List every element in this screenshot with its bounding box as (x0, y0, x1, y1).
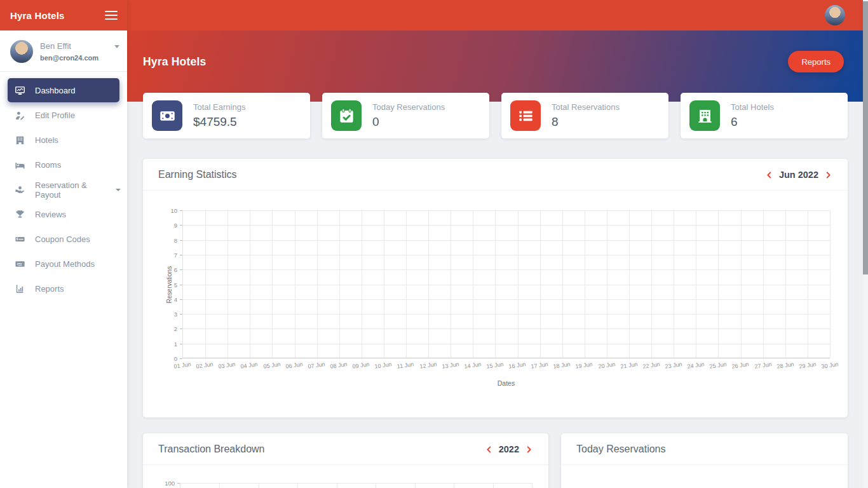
sidebar-item-reports[interactable]: Reports (0, 276, 127, 301)
svg-text:pay: pay (17, 262, 22, 265)
scrollbar-track[interactable] (863, 0, 868, 488)
dashboard-icon (15, 85, 25, 96)
coupon-codes-icon: $ (15, 234, 25, 245)
y-tick-label: 7 (161, 252, 177, 259)
hotel-icon (689, 100, 720, 131)
card-title: Earning Statistics (158, 169, 237, 180)
calendar-check-icon (331, 100, 362, 131)
payout-methods-icon: pay (15, 259, 25, 269)
x-tick-label: 20 Jun (598, 361, 616, 370)
today-reservations-card: Today Reservations (561, 433, 848, 488)
sidebar-nav: DashboardEdit ProfileHotelsRoomsReservat… (0, 72, 127, 307)
x-tick-label: 16 Jun (508, 361, 526, 370)
x-tick-label: 08 Jun (330, 361, 348, 370)
stat-card-today-reservations: Today Reservations0 (322, 93, 489, 139)
x-tick-label: 06 Jun (285, 361, 303, 370)
x-tick-label: 04 Jun (240, 361, 258, 370)
x-tick-label: 30 Jun (821, 361, 839, 370)
y-axis-title: Reservations (166, 266, 173, 302)
x-axis-title: Dates (182, 379, 830, 387)
month-nav: Jun 2022 (765, 170, 832, 180)
year-label: 2022 (499, 444, 519, 454)
sidebar-item-reservation-payout[interactable]: Reservation & Payout (0, 177, 127, 202)
earning-statistics-chart: 10987654321001 Jun02 Jun03 Jun04 Jun05 J… (143, 210, 848, 401)
x-tick-label: 27 Jun (754, 361, 771, 370)
chevron-down-icon[interactable] (114, 45, 119, 48)
y-tick-label: 100 (158, 480, 175, 487)
sidebar-item-edit-profile[interactable]: Edit Profile (0, 103, 127, 128)
card-title: Transaction Breakdown (158, 444, 265, 455)
x-tick-label: 09 Jun (352, 361, 370, 370)
sidebar-item-reviews[interactable]: Reviews (0, 202, 127, 227)
stat-label: Total Earnings (193, 102, 245, 112)
x-tick-label: 13 Jun (442, 361, 459, 370)
sidebar-item-payout-methods[interactable]: payPayout Methods (0, 252, 127, 276)
x-tick-label: 17 Jun (531, 361, 548, 370)
sidebar-header: Hyra Hotels (0, 0, 127, 30)
menu-icon[interactable] (105, 8, 118, 22)
stat-value: 6 (731, 115, 774, 129)
x-tick-label: 23 Jun (665, 361, 682, 370)
x-tick-label: 05 Jun (262, 361, 280, 370)
stat-text: Total Earnings$4759.5 (193, 102, 245, 129)
page-banner: Hyra Hotels Reports (127, 30, 868, 102)
transaction-breakdown-chart: 10090 (143, 483, 548, 488)
sidebar-item-label: Rooms (35, 160, 61, 170)
stat-label: Total Hotels (731, 102, 774, 112)
stat-label: Today Reservations (372, 102, 445, 112)
topbar (127, 0, 868, 30)
stat-value: 8 (552, 115, 620, 129)
today-reservations-header: Today Reservations (561, 433, 848, 465)
y-tick-label: 0 (161, 355, 177, 362)
scrollbar-thumb[interactable] (863, 1, 868, 274)
sidebar-item-hotels[interactable]: Hotels (0, 128, 127, 152)
rooms-icon (15, 159, 25, 170)
sidebar-item-coupon-codes[interactable]: $Coupon Codes (0, 227, 127, 252)
sidebar-item-label: Coupon Codes (35, 234, 90, 244)
reservation-payout-icon (15, 184, 25, 195)
y-tick-label: 10 (161, 207, 177, 214)
stat-card-total-earnings: Total Earnings$4759.5 (143, 93, 310, 139)
earning-statistics-header: Earning Statistics Jun 2022 (143, 159, 848, 191)
stat-card-total-reservations: Total Reservations8 (501, 93, 668, 139)
reports-button[interactable]: Reports (788, 51, 844, 72)
chevron-right-icon[interactable] (824, 171, 832, 179)
y-tick-label: 1 (161, 341, 177, 348)
user-avatar (10, 40, 33, 63)
y-tick-label: 2 (161, 325, 177, 332)
content: Total Earnings$4759.5Today Reservations0… (143, 93, 848, 488)
chevron-left-icon[interactable] (485, 445, 493, 454)
stat-text: Total Reservations8 (552, 102, 620, 129)
user-profile-summary[interactable]: Ben Effit ben@cron24.com (0, 30, 127, 71)
x-tick-label: 11 Jun (397, 361, 414, 370)
year-nav: 2022 (485, 444, 533, 454)
svg-text:$: $ (17, 238, 18, 241)
x-tick-label: 14 Jun (464, 361, 482, 370)
x-tick-label: 15 Jun (486, 361, 504, 370)
stat-value: $4759.5 (193, 115, 245, 129)
sidebar-item-rooms[interactable]: Rooms (0, 152, 127, 177)
stat-text: Today Reservations0 (372, 102, 445, 129)
chevron-left-icon[interactable] (765, 171, 773, 179)
transaction-breakdown-card: Transaction Breakdown 2022 10090 (143, 433, 548, 488)
stat-label: Total Reservations (552, 102, 620, 112)
x-tick-label: 12 Jun (419, 361, 437, 370)
sidebar-item-dashboard[interactable]: Dashboard (8, 78, 119, 102)
card-title: Today Reservations (576, 444, 666, 455)
user-meta: Ben Effit ben@cron24.com (40, 40, 107, 62)
topbar-avatar[interactable] (825, 5, 845, 25)
chevron-right-icon[interactable] (525, 445, 533, 454)
app-window: Hyra Hotels Ben Effit ben@cron24.com Das… (0, 0, 868, 488)
month-label: Jun 2022 (779, 170, 818, 180)
x-tick-label: 19 Jun (575, 361, 593, 370)
x-tick-label: 03 Jun (218, 361, 236, 370)
user-email: ben@cron24.com (40, 54, 107, 62)
reports-icon (15, 283, 25, 294)
y-tick-label: 3 (161, 311, 177, 318)
sidebar-item-label: Payout Methods (35, 259, 95, 269)
x-tick-label: 01 Jun (173, 361, 191, 370)
bottom-row: Transaction Breakdown 2022 10090 (143, 433, 848, 488)
x-tick-label: 21 Jun (620, 361, 638, 370)
sidebar-item-label: Hotels (35, 135, 58, 145)
sidebar-item-label: Dashboard (35, 86, 76, 95)
